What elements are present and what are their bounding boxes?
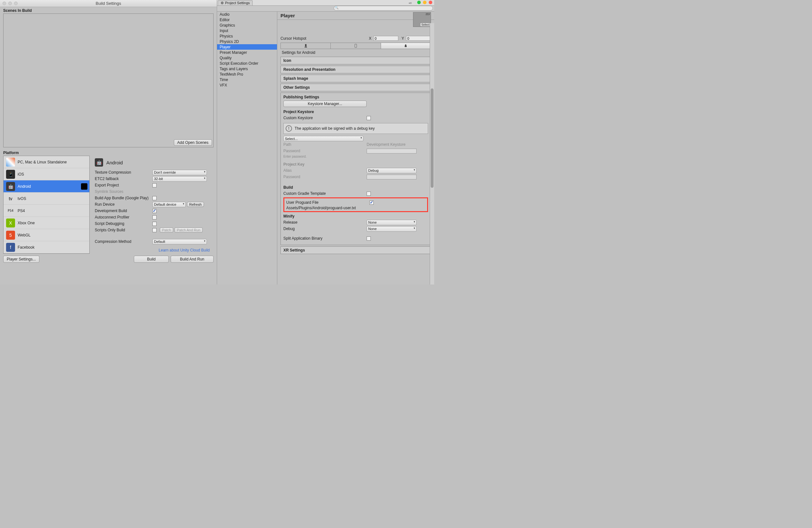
y-label: Y — [400, 36, 404, 41]
platform-ios[interactable]: 📱 iOS — [3, 168, 89, 180]
platform-android[interactable]: 🤖 Android — [3, 180, 89, 192]
cloud-build-link[interactable]: Learn about Unity Cloud Build — [95, 247, 214, 254]
patch-button[interactable]: Patch — [160, 227, 173, 233]
compression-method-select[interactable]: Default — [153, 239, 207, 244]
custom-gradle-label: Custom Gradle Template — [284, 191, 367, 196]
cat-vfx[interactable]: VFX — [217, 82, 277, 88]
tab-standalone[interactable] — [281, 43, 331, 49]
fold-resolution[interactable]: Resolution and Presentation — [280, 66, 431, 73]
settings-header: Player ❐ ⇄ ⚙ — [277, 12, 434, 20]
keystore-password-field[interactable] — [367, 149, 417, 154]
etc2-fallback-label: ETC2 fallback — [95, 176, 153, 181]
export-project-checkbox[interactable] — [153, 183, 157, 187]
texture-compression-select[interactable]: Don't override — [153, 170, 207, 175]
scenes-list[interactable]: Add Open Scenes — [3, 13, 214, 147]
fold-splash[interactable]: Splash Image — [280, 75, 431, 82]
script-debugging-checkbox[interactable] — [153, 222, 157, 226]
custom-keystore-checkbox[interactable] — [367, 116, 371, 120]
autoconnect-profiler-checkbox[interactable] — [153, 215, 157, 219]
custom-gradle-checkbox[interactable] — [367, 191, 371, 196]
patch-and-run-button[interactable]: Patch And Run — [174, 227, 202, 233]
project-settings-tab[interactable]: ⚙ Project Settings — [218, 0, 252, 5]
player-settings-button[interactable]: Player Settings... — [3, 256, 39, 263]
cursor-texture-slot[interactable]: 2D/ Select — [413, 20, 431, 27]
scenes-in-build-label: Scenes In Build — [0, 7, 217, 13]
zoom-dot[interactable] — [429, 1, 432, 4]
user-proguard-checkbox[interactable] — [369, 201, 374, 205]
fold-icon[interactable]: Icon — [280, 57, 431, 65]
scripts-only-build-checkbox[interactable] — [153, 228, 157, 232]
player-platform-tabs — [280, 43, 431, 49]
platform-facebook[interactable]: f Facebook — [3, 241, 89, 254]
build-and-run-button[interactable]: Build And Run — [171, 256, 214, 263]
export-project-label: Export Project — [95, 183, 153, 187]
platform-name: Facebook — [18, 245, 34, 249]
texture-compression-label: Texture Compression — [95, 170, 153, 175]
split-binary-checkbox[interactable] — [367, 237, 371, 241]
add-open-scenes-button[interactable]: Add Open Scenes — [174, 139, 212, 146]
cat-time[interactable]: Time — [217, 77, 277, 82]
platform-webgl[interactable]: 5 WebGL — [3, 229, 89, 241]
scripts-only-build-label: Scripts Only Build — [95, 228, 153, 232]
fold-other[interactable]: Other Settings — [280, 84, 431, 91]
platform-name: PC, Mac & Linux Standalone — [18, 160, 67, 165]
cat-physics2d[interactable]: Physics 2D — [217, 39, 277, 44]
split-binary-label: Split Application Binary — [284, 236, 367, 241]
cat-preset-manager[interactable]: Preset Manager — [217, 50, 277, 55]
cat-quality[interactable]: Quality — [217, 55, 277, 60]
development-build-label: Development Build — [95, 209, 153, 213]
platform-heading: 🤖 Android — [95, 156, 214, 169]
cat-tags-layers[interactable]: Tags and Layers — [217, 66, 277, 71]
close-dot[interactable] — [417, 1, 421, 4]
tvos-icon: tv — [6, 194, 15, 203]
settings-scroll[interactable]: 2D/ Select Cursor Hotspot X Y Settings f… — [277, 20, 434, 285]
cat-audio[interactable]: Audio — [217, 12, 277, 17]
pc-icon — [6, 158, 15, 167]
keystore-manager-button[interactable]: Keystore Manager... — [284, 101, 367, 107]
etc2-fallback-select[interactable]: 32-bit — [153, 176, 207, 182]
minimize-dot[interactable] — [423, 1, 426, 4]
build-app-bundle-checkbox[interactable] — [153, 196, 157, 200]
script-debugging-label: Script Debugging — [95, 222, 153, 226]
tab-android[interactable] — [381, 43, 431, 49]
password-hint: Enter password. — [284, 154, 428, 159]
release-select[interactable]: None — [367, 220, 417, 225]
cat-script-execution[interactable]: Script Execution Order — [217, 60, 277, 66]
cursor-select-button[interactable]: Select — [420, 23, 431, 27]
autoconnect-profiler-label: Autoconnect Profiler — [95, 215, 153, 219]
platform-tvos[interactable]: tv tvOS — [3, 192, 89, 205]
key-password-field[interactable] — [367, 175, 417, 180]
cursor-y-field[interactable] — [406, 36, 431, 41]
svg-rect-0 — [305, 44, 306, 47]
development-build-checkbox[interactable] — [153, 209, 157, 213]
vertical-scrollbar[interactable] — [430, 23, 434, 285]
settings-title: Player — [280, 13, 295, 18]
publishing-header: Publishing Settings — [284, 95, 428, 101]
panel-menu-icon[interactable]: ▪≡ — [409, 1, 412, 5]
cat-editor[interactable]: Editor — [217, 17, 277, 23]
debug-select[interactable]: None — [367, 226, 417, 232]
settings-category-list: Audio Editor Graphics Input Physics Phys… — [217, 12, 277, 285]
cursor-x-field[interactable] — [373, 36, 398, 41]
settings-search-input[interactable] — [334, 6, 433, 11]
scrollbar-thumb[interactable] — [431, 88, 434, 188]
alias-select[interactable]: Debug — [367, 168, 417, 173]
keystore-select[interactable]: Select... — [284, 136, 363, 141]
cat-input[interactable]: Input — [217, 28, 277, 33]
platform-ps4[interactable]: PS4 PS4 — [3, 205, 89, 217]
cat-player[interactable]: Player — [217, 44, 277, 50]
path-value: Development Keystore — [367, 142, 405, 147]
tab-ios[interactable] — [331, 43, 381, 49]
platform-xbox[interactable]: X Xbox One — [3, 217, 89, 229]
cat-textmesh-pro[interactable]: TextMesh Pro — [217, 71, 277, 77]
debug-key-info: ! The application will be signed with a … — [284, 123, 428, 134]
gear-icon: ⚙ — [221, 1, 224, 5]
refresh-button[interactable]: Refresh — [187, 202, 204, 207]
cat-graphics[interactable]: Graphics — [217, 23, 277, 28]
fold-xr[interactable]: XR Settings — [280, 246, 431, 254]
run-device-select[interactable]: Default device — [153, 202, 186, 207]
platform-pc[interactable]: PC, Mac & Linux Standalone — [3, 156, 89, 168]
cat-physics[interactable]: Physics — [217, 33, 277, 39]
build-button[interactable]: Build — [134, 256, 169, 263]
build-app-bundle-label: Build App Bundle (Google Play) — [95, 196, 153, 200]
